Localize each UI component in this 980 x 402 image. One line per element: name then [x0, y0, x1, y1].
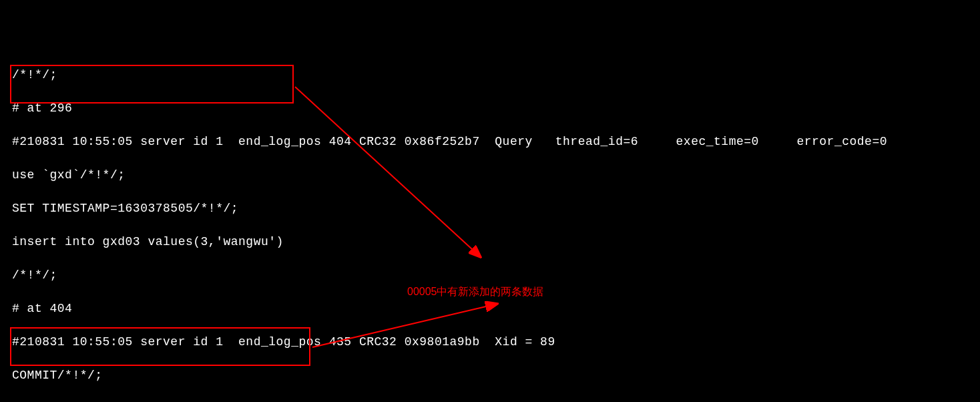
log-line: insert into gxd03 values(3,'wangwu'): [12, 234, 980, 250]
log-line: #210831 10:55:05 server id 1 end_log_pos…: [12, 134, 980, 150]
log-line: # at 296: [12, 100, 980, 117]
log-line: # at 404: [12, 300, 980, 317]
log-line: #210831 10:55:05 server id 1 end_log_pos…: [12, 334, 980, 351]
log-line: /*!*/;: [12, 67, 980, 83]
log-line: /*!*/;: [12, 267, 980, 284]
log-line: COMMIT/*!*/;: [12, 367, 980, 384]
annotation-text: 00005中有新添加的两条数据: [407, 283, 544, 300]
log-line: use `gxd`/*!*/;: [12, 167, 980, 184]
log-line: SET TIMESTAMP=1630378505/*!*/;: [12, 200, 980, 217]
